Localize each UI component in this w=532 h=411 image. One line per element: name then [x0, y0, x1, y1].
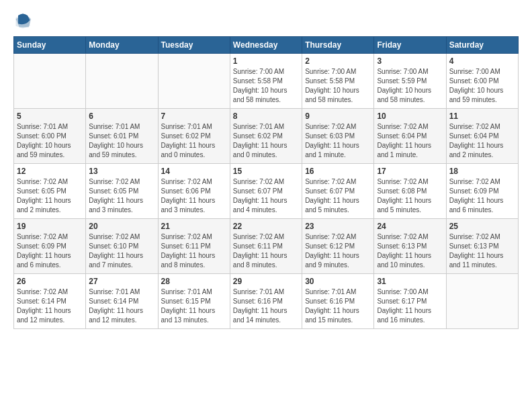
calendar-header-row: SundayMondayTuesdayWednesdayThursdayFrid… [14, 37, 519, 54]
day-number: 10 [377, 111, 443, 121]
weekday-header-monday: Monday [86, 37, 158, 54]
calendar-cell [446, 274, 518, 329]
day-number: 14 [161, 167, 227, 176]
calendar-cell: 29Sunrise: 7:01 AM Sunset: 6:16 PM Dayli… [230, 274, 302, 329]
calendar-cell: 30Sunrise: 7:01 AM Sunset: 6:16 PM Dayli… [302, 274, 374, 329]
day-info: Sunrise: 7:02 AM Sunset: 6:05 PM Dayligh… [89, 177, 154, 215]
day-number: 21 [161, 222, 227, 231]
day-number: 12 [17, 167, 83, 176]
weekday-header-friday: Friday [374, 37, 446, 54]
day-info: Sunrise: 7:00 AM Sunset: 5:59 PM Dayligh… [377, 67, 443, 105]
calendar-cell [158, 54, 230, 109]
calendar-cell: 27Sunrise: 7:01 AM Sunset: 6:14 PM Dayli… [86, 274, 158, 329]
weekday-header-sunday: Sunday [14, 37, 86, 54]
calendar-cell: 2Sunrise: 7:00 AM Sunset: 5:58 PM Daylig… [302, 54, 374, 109]
day-info: Sunrise: 7:01 AM Sunset: 6:14 PM Dayligh… [89, 287, 154, 325]
calendar-week-row: 1Sunrise: 7:00 AM Sunset: 5:58 PM Daylig… [14, 54, 519, 109]
day-info: Sunrise: 7:01 AM Sunset: 6:02 PM Dayligh… [233, 122, 299, 160]
day-number: 6 [89, 111, 154, 121]
day-info: Sunrise: 7:02 AM Sunset: 6:13 PM Dayligh… [449, 232, 515, 270]
day-info: Sunrise: 7:02 AM Sunset: 6:03 PM Dayligh… [305, 122, 371, 160]
calendar-cell: 22Sunrise: 7:02 AM Sunset: 6:11 PM Dayli… [230, 219, 302, 274]
calendar-cell: 3Sunrise: 7:00 AM Sunset: 5:59 PM Daylig… [374, 54, 446, 109]
calendar-cell: 23Sunrise: 7:02 AM Sunset: 6:12 PM Dayli… [302, 219, 374, 274]
calendar-cell [14, 54, 86, 109]
calendar-cell: 11Sunrise: 7:02 AM Sunset: 6:04 PM Dayli… [446, 109, 518, 164]
day-number: 29 [233, 277, 299, 286]
calendar-cell: 12Sunrise: 7:02 AM Sunset: 6:05 PM Dayli… [14, 164, 86, 219]
calendar-cell: 16Sunrise: 7:02 AM Sunset: 6:07 PM Dayli… [302, 164, 374, 219]
day-number: 1 [233, 56, 299, 66]
calendar-cell: 19Sunrise: 7:02 AM Sunset: 6:09 PM Dayli… [14, 219, 86, 274]
day-number: 11 [449, 111, 515, 121]
day-info: Sunrise: 7:02 AM Sunset: 6:04 PM Dayligh… [449, 122, 515, 160]
weekday-header-saturday: Saturday [446, 37, 518, 54]
weekday-header-thursday: Thursday [302, 37, 374, 54]
calendar-week-row: 5Sunrise: 7:01 AM Sunset: 6:00 PM Daylig… [14, 109, 519, 164]
day-info: Sunrise: 7:02 AM Sunset: 6:07 PM Dayligh… [233, 177, 299, 215]
calendar-cell: 14Sunrise: 7:02 AM Sunset: 6:06 PM Dayli… [158, 164, 230, 219]
day-info: Sunrise: 7:02 AM Sunset: 6:04 PM Dayligh… [377, 122, 443, 160]
calendar-cell: 10Sunrise: 7:02 AM Sunset: 6:04 PM Dayli… [374, 109, 446, 164]
day-number: 23 [305, 222, 371, 231]
day-number: 30 [305, 277, 371, 286]
calendar-table: SundayMondayTuesdayWednesdayThursdayFrid… [13, 36, 519, 329]
day-info: Sunrise: 7:02 AM Sunset: 6:09 PM Dayligh… [17, 232, 83, 270]
calendar-cell: 4Sunrise: 7:00 AM Sunset: 6:00 PM Daylig… [446, 54, 518, 109]
calendar-cell: 6Sunrise: 7:01 AM Sunset: 6:01 PM Daylig… [86, 109, 158, 164]
calendar-cell: 18Sunrise: 7:02 AM Sunset: 6:09 PM Dayli… [446, 164, 518, 219]
day-number: 19 [17, 222, 83, 231]
day-info: Sunrise: 7:02 AM Sunset: 6:09 PM Dayligh… [449, 177, 515, 215]
day-info: Sunrise: 7:01 AM Sunset: 6:16 PM Dayligh… [305, 287, 371, 325]
day-number: 8 [233, 111, 299, 121]
calendar-cell: 17Sunrise: 7:02 AM Sunset: 6:08 PM Dayli… [374, 164, 446, 219]
day-number: 26 [17, 277, 83, 286]
day-info: Sunrise: 7:01 AM Sunset: 6:16 PM Dayligh… [233, 287, 299, 325]
page-container: SundayMondayTuesdayWednesdayThursdayFrid… [0, 0, 532, 336]
calendar-cell: 28Sunrise: 7:01 AM Sunset: 6:15 PM Dayli… [158, 274, 230, 329]
day-info: Sunrise: 7:02 AM Sunset: 6:12 PM Dayligh… [305, 232, 371, 270]
day-number: 24 [377, 222, 443, 231]
calendar-cell: 20Sunrise: 7:02 AM Sunset: 6:10 PM Dayli… [86, 219, 158, 274]
day-number: 18 [449, 167, 515, 176]
calendar-cell: 9Sunrise: 7:02 AM Sunset: 6:03 PM Daylig… [302, 109, 374, 164]
calendar-cell: 1Sunrise: 7:00 AM Sunset: 5:58 PM Daylig… [230, 54, 302, 109]
day-info: Sunrise: 7:01 AM Sunset: 6:01 PM Dayligh… [89, 122, 154, 160]
day-info: Sunrise: 7:02 AM Sunset: 6:14 PM Dayligh… [17, 287, 83, 325]
day-number: 22 [233, 222, 299, 231]
calendar-cell: 7Sunrise: 7:01 AM Sunset: 6:02 PM Daylig… [158, 109, 230, 164]
calendar-cell: 31Sunrise: 7:00 AM Sunset: 6:17 PM Dayli… [374, 274, 446, 329]
day-info: Sunrise: 7:02 AM Sunset: 6:10 PM Dayligh… [89, 232, 154, 270]
day-info: Sunrise: 7:02 AM Sunset: 6:08 PM Dayligh… [377, 177, 443, 215]
calendar-cell: 13Sunrise: 7:02 AM Sunset: 6:05 PM Dayli… [86, 164, 158, 219]
day-number: 3 [377, 56, 443, 66]
day-number: 25 [449, 222, 515, 231]
calendar-week-row: 26Sunrise: 7:02 AM Sunset: 6:14 PM Dayli… [14, 274, 519, 329]
day-info: Sunrise: 7:02 AM Sunset: 6:05 PM Dayligh… [17, 177, 83, 215]
weekday-header-tuesday: Tuesday [158, 37, 230, 54]
day-number: 15 [233, 167, 299, 176]
day-info: Sunrise: 7:02 AM Sunset: 6:06 PM Dayligh… [161, 177, 227, 215]
day-info: Sunrise: 7:02 AM Sunset: 6:11 PM Dayligh… [233, 232, 299, 270]
day-info: Sunrise: 7:01 AM Sunset: 6:02 PM Dayligh… [161, 122, 227, 160]
day-number: 2 [305, 56, 371, 66]
page-header [13, 11, 519, 30]
calendar-cell: 25Sunrise: 7:02 AM Sunset: 6:13 PM Dayli… [446, 219, 518, 274]
calendar-cell: 15Sunrise: 7:02 AM Sunset: 6:07 PM Dayli… [230, 164, 302, 219]
day-info: Sunrise: 7:01 AM Sunset: 6:15 PM Dayligh… [161, 287, 227, 325]
calendar-cell [86, 54, 158, 109]
day-number: 9 [305, 111, 371, 121]
day-info: Sunrise: 7:01 AM Sunset: 6:00 PM Dayligh… [17, 122, 83, 160]
day-number: 31 [377, 277, 443, 286]
day-number: 16 [305, 167, 371, 176]
weekday-header-wednesday: Wednesday [230, 37, 302, 54]
logo-icon [13, 11, 32, 30]
day-info: Sunrise: 7:00 AM Sunset: 6:17 PM Dayligh… [377, 287, 443, 325]
day-info: Sunrise: 7:02 AM Sunset: 6:11 PM Dayligh… [161, 232, 227, 270]
day-number: 13 [89, 167, 154, 176]
day-info: Sunrise: 7:00 AM Sunset: 5:58 PM Dayligh… [233, 67, 299, 105]
calendar-cell: 21Sunrise: 7:02 AM Sunset: 6:11 PM Dayli… [158, 219, 230, 274]
day-info: Sunrise: 7:00 AM Sunset: 6:00 PM Dayligh… [449, 67, 515, 105]
day-number: 4 [449, 56, 515, 66]
day-number: 7 [161, 111, 227, 121]
